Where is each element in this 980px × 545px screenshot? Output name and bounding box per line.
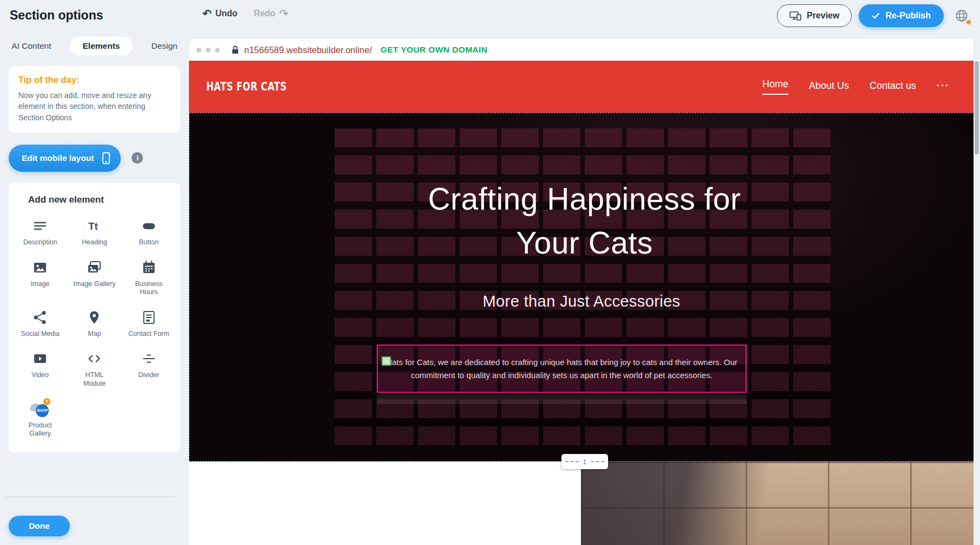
element-html-module[interactable]: HTML Module bbox=[67, 350, 121, 388]
element-label: Button bbox=[139, 238, 159, 247]
site-logo: HATS FOR CATS bbox=[206, 80, 287, 93]
map-icon bbox=[87, 309, 102, 326]
description-icon bbox=[32, 217, 48, 235]
floor-tiles-image bbox=[581, 462, 980, 545]
hero-title: Crafting Happiness for Your Cats bbox=[352, 177, 818, 265]
element-contact-form[interactable]: Contact Form bbox=[122, 309, 176, 339]
section-resize-handle[interactable]: ↕ bbox=[561, 454, 608, 469]
svg-text:Tt: Tt bbox=[88, 220, 99, 232]
info-icon[interactable]: i bbox=[132, 152, 143, 164]
element-label: HTML Module bbox=[73, 371, 115, 388]
tab-elements[interactable]: Elements bbox=[70, 37, 133, 55]
divider-icon bbox=[141, 350, 156, 367]
element-label: Description bbox=[23, 238, 57, 247]
element-image-gallery[interactable]: Image Gallery bbox=[67, 259, 121, 297]
element-label: Map bbox=[88, 330, 101, 339]
next-section bbox=[189, 462, 980, 545]
element-button[interactable]: Button bbox=[122, 217, 176, 247]
window-dot bbox=[206, 48, 211, 53]
site-viewport: HATS FOR CATS Home About Us Contact us ·… bbox=[189, 61, 980, 545]
phone-icon bbox=[102, 152, 110, 164]
element-grid: Description Tt Heading Button bbox=[13, 217, 176, 438]
republish-button[interactable]: Re-Publish bbox=[859, 4, 944, 27]
element-label: Image Gallery bbox=[74, 280, 116, 289]
element-label: Video bbox=[31, 371, 49, 380]
nav-about-us[interactable]: About Us bbox=[809, 80, 849, 94]
nav-home[interactable]: Home bbox=[762, 79, 788, 95]
element-description[interactable]: Description bbox=[13, 217, 67, 247]
window-dot bbox=[197, 48, 201, 53]
element-social-media[interactable]: Social Media bbox=[13, 309, 67, 339]
element-heading[interactable]: Tt Heading bbox=[67, 217, 121, 247]
element-label: Contact Form bbox=[128, 330, 169, 339]
undo-label: Undo bbox=[215, 9, 238, 18]
topbar-actions: Preview Re-Publish bbox=[777, 4, 972, 27]
element-label: Divider bbox=[138, 371, 159, 380]
element-label: Heading bbox=[82, 238, 107, 247]
html-module-icon bbox=[87, 350, 102, 367]
topbar: Section options ↶ Undo Redo ↷ Preview bbox=[0, 0, 980, 31]
tip-body: Now you can add, move and resize any ele… bbox=[18, 90, 171, 123]
site-url: n1566589.websitebuilder.online/ bbox=[244, 45, 372, 55]
browser-preview: n1566589.websitebuilder.online/ GET YOUR… bbox=[189, 39, 980, 545]
devices-icon bbox=[789, 11, 801, 21]
language-globe-button[interactable] bbox=[951, 5, 972, 27]
redo-icon: ↷ bbox=[279, 8, 289, 19]
business-hours-icon bbox=[141, 259, 156, 276]
nav-more-button[interactable]: ··· bbox=[937, 80, 950, 94]
image-icon bbox=[32, 259, 48, 276]
preview-button[interactable]: Preview bbox=[777, 4, 852, 27]
lock-icon bbox=[232, 46, 239, 54]
element-video[interactable]: Video bbox=[13, 350, 67, 388]
element-label: Image bbox=[31, 280, 50, 289]
undo-button[interactable]: ↶ Undo bbox=[202, 8, 238, 19]
tip-title: Tip of the day: bbox=[18, 75, 171, 85]
shop-badge: SHOP bbox=[36, 404, 49, 417]
hero-section-selected[interactable]: Crafting Happiness for Your Cats More th… bbox=[189, 113, 980, 462]
sidebar-tabs: AI Content Elements Design bbox=[0, 37, 189, 55]
canvas-scrollbar[interactable] bbox=[974, 39, 980, 545]
nav-contact-us[interactable]: Contact us bbox=[870, 80, 916, 94]
site-header: HATS FOR CATS Home About Us Contact us ·… bbox=[189, 61, 980, 113]
element-image[interactable]: Image bbox=[13, 259, 67, 297]
get-your-own-domain-link[interactable]: GET YOUR OWN DOMAIN bbox=[381, 45, 488, 55]
element-business-hours[interactable]: Business Hours bbox=[122, 259, 176, 297]
image-gallery-icon bbox=[87, 259, 102, 276]
canvas-area: n1566589.websitebuilder.online/ GET YOUR… bbox=[189, 31, 980, 545]
sidebar-divider bbox=[5, 497, 175, 497]
window-dots bbox=[197, 48, 220, 53]
element-label: Business Hours bbox=[128, 280, 170, 297]
resize-arrows-icon: ↕ bbox=[581, 457, 589, 466]
tab-ai-content[interactable]: AI Content bbox=[10, 37, 52, 55]
element-label: Product Gallery bbox=[19, 421, 61, 438]
undo-icon: ↶ bbox=[202, 8, 212, 19]
window-dot bbox=[215, 48, 220, 53]
product-gallery-icon: SHOP + bbox=[30, 400, 50, 418]
hero-paragraph: Hats for Cats, we are dedicated to craft… bbox=[386, 356, 738, 382]
scrollbar-thumb[interactable] bbox=[975, 61, 979, 154]
tab-design[interactable]: Design bbox=[150, 37, 178, 55]
redo-label: Redo bbox=[254, 9, 276, 18]
button-icon bbox=[141, 217, 156, 235]
video-icon bbox=[32, 350, 48, 367]
element-drag-handle[interactable] bbox=[382, 356, 391, 366]
globe-icon bbox=[955, 9, 968, 22]
site-nav: Home About Us Contact us ··· bbox=[762, 79, 950, 95]
republish-label: Re-Publish bbox=[885, 11, 931, 21]
page-title: Section options bbox=[10, 8, 103, 23]
add-panel-title: Add new element bbox=[28, 194, 176, 205]
done-button[interactable]: Done bbox=[9, 516, 70, 536]
edit-mobile-layout-button[interactable]: Edit mobile layout bbox=[9, 145, 121, 172]
redo-button[interactable]: Redo ↷ bbox=[254, 8, 289, 19]
preview-label: Preview bbox=[807, 11, 839, 21]
tip-of-the-day-card: Tip of the day: Now you can add, move an… bbox=[9, 66, 180, 133]
paragraph-element-selected[interactable]: Hats for Cats, we are dedicated to craft… bbox=[377, 345, 747, 393]
add-new-element-panel: Add new element Description Tt Heading bbox=[9, 183, 180, 452]
element-product-gallery[interactable]: SHOP + Product Gallery bbox=[13, 400, 67, 438]
element-map[interactable]: Map bbox=[67, 309, 121, 339]
element-divider[interactable]: Divider bbox=[122, 350, 176, 388]
browser-url-bar: n1566589.websitebuilder.online/ GET YOUR… bbox=[189, 39, 980, 61]
undo-redo-group: ↶ Undo Redo ↷ bbox=[202, 8, 288, 19]
social-media-icon bbox=[32, 309, 48, 326]
sidebar: AI Content Elements Design Tip of the da… bbox=[0, 31, 189, 545]
